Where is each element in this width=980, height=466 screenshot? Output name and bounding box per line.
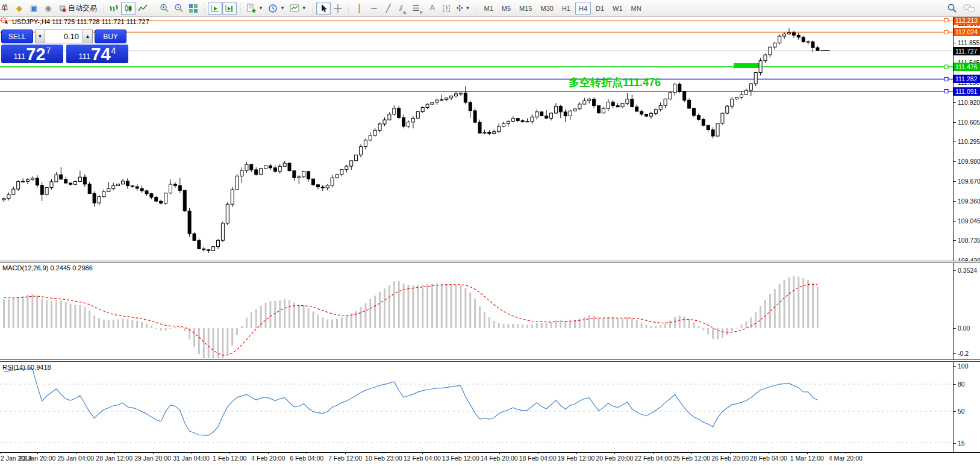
macd-tick-label: 0.00 [958, 325, 970, 332]
rsi-tick-label: 80 [958, 381, 965, 388]
buy-price-prefix: 111 [79, 52, 91, 61]
fibonacci-icon: ☰ [413, 4, 420, 12]
chart-shift-button[interactable] [222, 2, 237, 15]
sell-button-label: SELL [8, 33, 26, 41]
buy-button[interactable]: BUY [95, 30, 126, 43]
new-order-button[interactable]: 单 [0, 2, 12, 15]
price-tick-label: 109.045 [958, 217, 980, 225]
timeframe-switcher: M1M5M15M30H1H4D1W1MN [480, 2, 646, 15]
panel-separator[interactable] [0, 261, 980, 263]
time-axis[interactable]: 2 Jan 201923 Jan 20:0025 Jan 04:0028 Jan… [0, 454, 980, 464]
chat-icon[interactable] [963, 4, 975, 13]
trendline-tool[interactable]: ╱ [381, 2, 396, 15]
channel-icon: ⫽ [399, 4, 403, 12]
price-axis[interactable]: 112.165111.855111.545111.230110.920110.6… [953, 16, 980, 452]
template-icon [290, 4, 299, 13]
candlestick-chart-button[interactable] [121, 2, 136, 15]
time-label: 28 Feb 04:00 [750, 455, 787, 462]
time-label: 26 Feb 20:00 [711, 455, 749, 462]
time-label: 1 Mar 12:00 [790, 455, 824, 462]
volume-decrease-button[interactable]: ▼ [35, 30, 45, 43]
time-label: 19 Feb 12:00 [558, 455, 595, 462]
line-handle[interactable] [944, 19, 948, 22]
cursor-button[interactable] [316, 2, 331, 15]
time-label: 25 Feb 12:00 [673, 455, 710, 462]
line-handle[interactable] [944, 30, 948, 34]
panel-separator[interactable] [0, 359, 980, 362]
volume-increase-button[interactable]: ▲ [83, 30, 93, 43]
axis-tick [953, 122, 956, 123]
timeframe-m15[interactable]: M15 [516, 2, 535, 15]
crosshair-button[interactable] [331, 2, 345, 15]
rsi-canvas[interactable] [0, 362, 953, 452]
buy-price-box[interactable]: 111 74 4 [66, 45, 128, 63]
channel-tool[interactable]: ⫽E [396, 2, 410, 15]
price-badge: 111.476 [953, 63, 980, 71]
chart-shift-icon [225, 4, 234, 13]
zoom-out-icon [174, 4, 184, 13]
data-window-button[interactable]: ▣ [27, 2, 41, 15]
timeframe-m30[interactable]: M30 [537, 2, 557, 15]
sell-price-box[interactable]: 111 72 7 [1, 45, 63, 63]
time-label: 7 Feb 12:00 [328, 455, 362, 462]
timeframe-h4[interactable]: H4 [575, 2, 591, 15]
toolbar-separator [152, 3, 155, 14]
cursor-icon [319, 4, 328, 13]
volume-input[interactable]: 0.10 [45, 30, 83, 43]
autotrading-button[interactable]: 自动交易 [55, 2, 99, 15]
zoom-in-button[interactable] [157, 2, 172, 15]
chevron-down-icon: ▼ [258, 5, 263, 11]
text-label-tool[interactable]: T [440, 2, 454, 15]
text-label-icon: T [443, 5, 451, 12]
signal-icon: ◉ [45, 4, 51, 12]
toolbar-separator [311, 3, 314, 14]
clock-icon [268, 4, 278, 13]
timeframe-h1[interactable]: H1 [558, 2, 574, 15]
fibonacci-tool[interactable]: ☰F [410, 2, 425, 15]
sell-price-sup: 7 [46, 46, 51, 55]
price-tick-label: 109.980 [958, 158, 980, 165]
candlestick-icon [123, 4, 133, 13]
text-tool[interactable]: A [425, 2, 440, 15]
horizontal-line-tool[interactable]: ─ [367, 2, 381, 15]
line-handle[interactable] [944, 65, 948, 69]
timeframe-d1[interactable]: D1 [592, 2, 608, 15]
macd-tick-label: -0.2 [958, 350, 969, 357]
main-chart-canvas[interactable] [0, 16, 953, 261]
macd-histogram [3, 276, 819, 358]
line-handle[interactable] [944, 77, 948, 81]
time-label: 22 Feb 04:00 [634, 455, 672, 462]
zoom-out-button[interactable] [172, 2, 186, 15]
toolbar-separator [239, 3, 242, 14]
vertical-line-tool[interactable]: │ [352, 2, 367, 15]
timeframe-m1[interactable]: M1 [481, 2, 497, 15]
time-label: 31 Jan 04:00 [173, 455, 210, 462]
time-label: 13 Feb 12:00 [442, 455, 479, 462]
book-icon: ◆ [16, 4, 22, 12]
market-watch-button[interactable]: ◆ [12, 2, 27, 15]
axis-tick [953, 201, 956, 202]
timeframe-mn[interactable]: MN [628, 2, 645, 15]
periods-button[interactable]: ▼ [266, 2, 287, 15]
templates-button[interactable]: ▼ [287, 2, 309, 15]
tile-windows-button[interactable] [186, 2, 201, 15]
auto-scroll-button[interactable] [208, 2, 222, 15]
highlight-rectangle-object[interactable] [734, 63, 760, 68]
time-label: 28 Jan 12:00 [96, 455, 133, 462]
line-chart-button[interactable] [136, 2, 150, 15]
signals-button[interactable]: ◉ [41, 2, 55, 15]
axis-tick [953, 443, 956, 444]
line-chart-icon [138, 4, 148, 13]
indicators-button[interactable]: ▼ [244, 2, 266, 15]
fibo-letter: F [420, 10, 422, 14]
sell-button[interactable]: SELL [1, 30, 33, 43]
search-icon[interactable] [947, 3, 957, 13]
timeframe-m5[interactable]: M5 [498, 2, 514, 15]
arrows-tool[interactable]: ✣▼ [454, 2, 473, 15]
macd-canvas[interactable] [0, 263, 953, 359]
timeframe-w1[interactable]: W1 [609, 2, 626, 15]
price-badge: 111.727 [953, 47, 980, 55]
line-handle[interactable] [944, 90, 948, 93]
bar-chart-button[interactable] [107, 2, 121, 15]
time-label: 25 Jan 04:00 [57, 455, 94, 462]
